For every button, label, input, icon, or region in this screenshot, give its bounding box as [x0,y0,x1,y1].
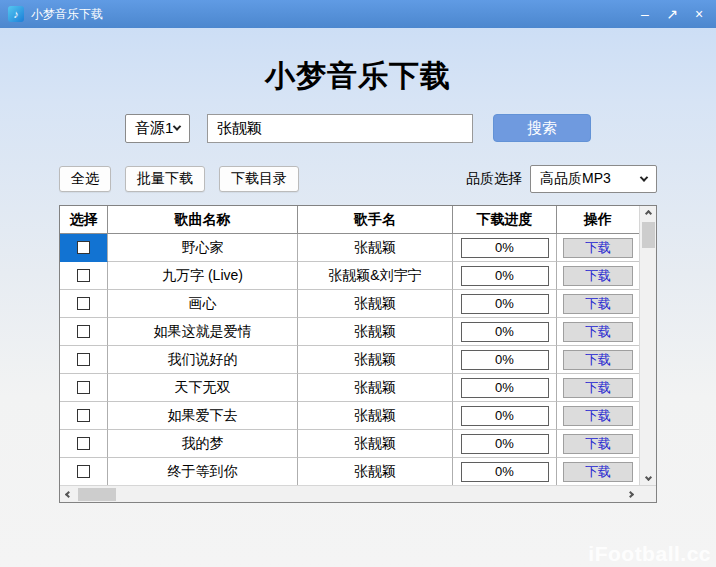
progress-cell: 0% [453,458,557,485]
action-cell: 下载 [557,402,639,430]
search-button[interactable]: 搜索 [493,114,591,142]
download-button[interactable]: 下载 [563,322,633,342]
quality-select-value: 高品质MP3 [540,170,611,188]
select-cell[interactable] [60,318,108,346]
maximize-button[interactable]: ↗ [663,4,681,24]
action-cell: 下载 [557,346,639,374]
row-checkbox[interactable] [77,465,90,478]
artist-name-cell: 张靓颖 [298,402,453,430]
watermark: iFootball.cc [588,542,711,566]
chevron-down-icon [640,173,648,181]
row-checkbox[interactable] [77,241,90,254]
table-row: 如果这就是爱情 张靓颖 0% 下载 [60,318,639,346]
source-select[interactable]: 音源1 [125,114,190,143]
action-cell: 下载 [557,430,639,458]
chevron-down-icon [173,122,181,130]
song-name-cell: 如果这就是爱情 [108,318,298,346]
scroll-left-icon[interactable] [65,490,72,497]
action-cell: 下载 [557,234,639,262]
app-window: ♪ 小梦音乐下载 – ↗ × 小梦音乐下载 音源1 搜索 全选 批量下载 下载目… [0,0,716,567]
table-row: 我的梦 张靓颖 0% 下载 [60,430,639,458]
progress-cell: 0% [453,262,557,290]
column-header-artist: 歌手名 [298,206,453,234]
scroll-right-icon[interactable] [627,490,634,497]
song-name-cell: 我们说好的 [108,346,298,374]
music-note-icon: ♪ [8,6,24,22]
page-title: 小梦音乐下载 [0,58,716,94]
table-row: 天下无双 张靓颖 0% 下载 [60,374,639,402]
song-name-cell: 我的梦 [108,430,298,458]
download-button[interactable]: 下载 [563,378,633,398]
download-button[interactable]: 下载 [563,266,633,286]
row-checkbox[interactable] [77,269,90,282]
progress-bar: 0% [461,322,549,342]
quality-label: 品质选择 [466,170,522,188]
row-checkbox[interactable] [77,353,90,366]
row-checkbox[interactable] [77,297,90,310]
select-cell[interactable] [60,402,108,430]
artist-name-cell: 张靓颖 [298,374,453,402]
scrollbar-corner [639,486,656,502]
minimize-button[interactable]: – [636,4,654,24]
select-cell[interactable] [60,374,108,402]
table-row: 野心家 张靓颖 0% 下载 [60,234,639,262]
progress-bar: 0% [461,266,549,286]
select-cell[interactable] [60,458,108,485]
artist-name-cell: 张靓颖 [298,458,453,485]
row-checkbox[interactable] [77,325,90,338]
select-cell[interactable] [60,234,108,262]
progress-cell: 0% [453,402,557,430]
action-cell: 下载 [557,290,639,318]
vertical-scroll-thumb[interactable] [642,222,655,248]
progress-bar: 0% [461,378,549,398]
progress-cell: 0% [453,430,557,458]
toolbar: 全选 批量下载 下载目录 品质选择 高品质MP3 [59,165,657,192]
download-dir-button[interactable]: 下载目录 [219,166,299,192]
search-input[interactable] [207,114,473,143]
download-button[interactable]: 下载 [563,350,633,370]
select-all-button[interactable]: 全选 [59,166,111,192]
song-table: 选择 歌曲名称 歌手名 下载进度 操作 野心家 张靓颖 0% 下载 九万字 (L… [59,205,657,503]
horizontal-scrollbar-row [60,485,656,502]
artist-name-cell: 张靓颖&刘宇宁 [298,262,453,290]
song-table-body: 野心家 张靓颖 0% 下载 九万字 (Live) 张靓颖&刘宇宁 0% 下载 画… [60,234,639,485]
progress-cell: 0% [453,346,557,374]
progress-bar: 0% [461,434,549,454]
download-button[interactable]: 下载 [563,434,633,454]
artist-name-cell: 张靓颖 [298,290,453,318]
titlebar: ♪ 小梦音乐下载 – ↗ × [0,0,716,28]
close-button[interactable]: × [690,4,708,24]
row-checkbox[interactable] [77,409,90,422]
vertical-scrollbar[interactable] [639,206,656,485]
table-header: 选择 歌曲名称 歌手名 下载进度 操作 [60,206,639,234]
scroll-up-icon[interactable] [644,210,651,217]
scroll-down-icon[interactable] [644,474,651,481]
artist-name-cell: 张靓颖 [298,234,453,262]
select-cell[interactable] [60,262,108,290]
row-checkbox[interactable] [77,437,90,450]
table-row: 终于等到你 张靓颖 0% 下载 [60,458,639,485]
horizontal-scroll-thumb[interactable] [78,488,116,501]
progress-bar: 0% [461,462,549,482]
row-checkbox[interactable] [77,381,90,394]
select-cell[interactable] [60,430,108,458]
select-cell[interactable] [60,346,108,374]
song-name-cell: 九万字 (Live) [108,262,298,290]
horizontal-scrollbar[interactable] [60,486,639,502]
select-cell[interactable] [60,290,108,318]
column-header-select: 选择 [60,206,108,234]
download-button[interactable]: 下载 [563,462,633,482]
quality-select[interactable]: 高品质MP3 [530,165,657,193]
download-button[interactable]: 下载 [563,406,633,426]
song-name-cell: 天下无双 [108,374,298,402]
download-button[interactable]: 下载 [563,238,633,258]
download-button[interactable]: 下载 [563,294,633,314]
song-name-cell: 如果爱下去 [108,402,298,430]
batch-download-button[interactable]: 批量下载 [125,166,205,192]
song-name-cell: 画心 [108,290,298,318]
table-row: 画心 张靓颖 0% 下载 [60,290,639,318]
search-row: 音源1 搜索 [0,113,716,143]
column-header-progress: 下载进度 [453,206,557,234]
song-name-cell: 终于等到你 [108,458,298,485]
table-row: 九万字 (Live) 张靓颖&刘宇宁 0% 下载 [60,262,639,290]
